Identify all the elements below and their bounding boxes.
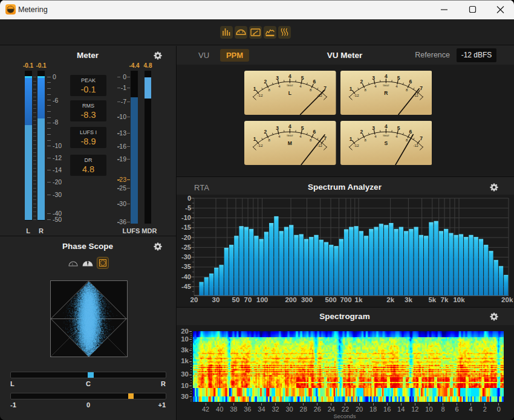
svg-text:2: 2	[360, 79, 363, 85]
svg-text:5: 5	[301, 124, 304, 131]
svg-text:M: M	[288, 140, 292, 146]
svg-text:6: 6	[313, 129, 316, 135]
svg-text:3: 3	[372, 124, 375, 131]
svg-text:2: 2	[360, 129, 363, 135]
svg-text:4: 4	[288, 123, 291, 129]
svg-text:6: 6	[409, 79, 412, 85]
svg-text:6: 6	[409, 129, 412, 135]
svg-text:-12: -12	[413, 144, 418, 147]
svg-text:TEST: TEST	[287, 84, 294, 87]
svg-text:-12: -12	[354, 94, 359, 97]
svg-text:1: 1	[350, 135, 353, 141]
svg-text:2: 2	[264, 79, 267, 85]
svg-text:-12: -12	[258, 94, 263, 97]
svg-text:3: 3	[372, 75, 375, 81]
svg-text:4: 4	[288, 73, 291, 79]
svg-text:4: 4	[385, 73, 388, 79]
svg-text:4: 4	[385, 123, 388, 129]
svg-text:5: 5	[301, 75, 304, 81]
svg-text:7: 7	[324, 135, 327, 141]
svg-text:TEST: TEST	[383, 84, 390, 87]
svg-text:L: L	[288, 90, 291, 96]
svg-text:S: S	[384, 140, 388, 146]
svg-text:7: 7	[420, 135, 423, 141]
svg-text:7: 7	[420, 85, 423, 91]
svg-text:-12: -12	[354, 144, 359, 147]
svg-text:3: 3	[276, 124, 279, 131]
svg-text:-12: -12	[317, 144, 322, 147]
svg-text:TEST: TEST	[287, 134, 294, 137]
svg-text:1: 1	[253, 86, 256, 92]
svg-text:6: 6	[313, 79, 316, 85]
svg-text:5: 5	[397, 75, 400, 81]
svg-text:3: 3	[276, 75, 279, 81]
svg-text:R: R	[384, 90, 388, 96]
svg-text:1: 1	[253, 135, 256, 141]
svg-text:TEST: TEST	[383, 134, 390, 137]
svg-text:1: 1	[350, 86, 353, 92]
svg-text:5: 5	[397, 124, 400, 131]
svg-text:-12: -12	[258, 144, 263, 147]
svg-text:2: 2	[264, 129, 267, 135]
